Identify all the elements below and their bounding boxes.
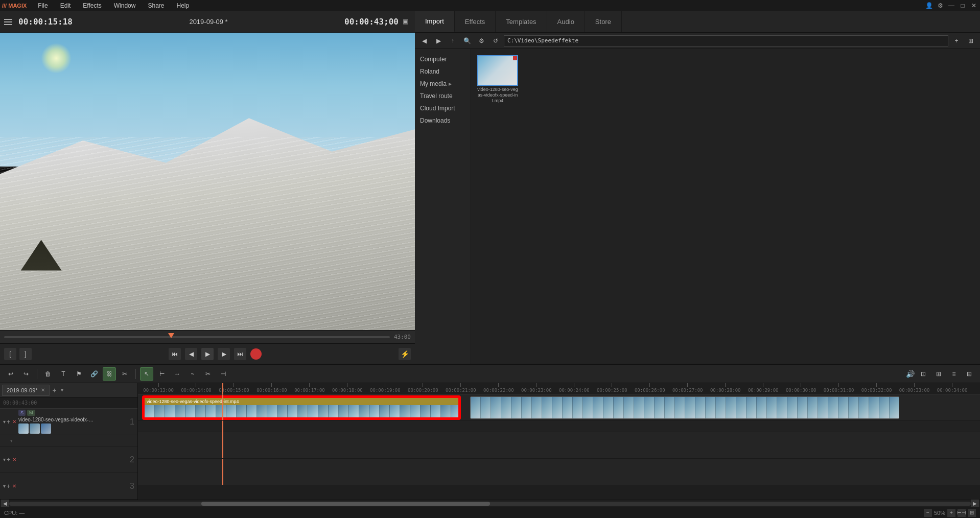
scrubber-track[interactable] [4, 336, 390, 338]
view-btn-4[interactable]: ⊟ [963, 367, 976, 381]
stretch-btn[interactable]: ↔ [171, 367, 184, 381]
record-btn[interactable] [250, 348, 262, 360]
redo-btn[interactable]: ↪ [19, 367, 33, 381]
view-btn-3[interactable]: ≡ [947, 367, 961, 381]
tab-arrow-icon[interactable]: ▾ [60, 386, 64, 394]
clip-frame [838, 397, 849, 419]
forward-btn[interactable]: ▶ [432, 35, 445, 47]
clip-frame [155, 405, 165, 419]
track-1-expand[interactable]: ▾ [3, 419, 6, 425]
zoom-full-btn[interactable]: ⊞ [968, 509, 976, 517]
zoom-fit-btn[interactable]: ⊢⊣ [958, 509, 966, 517]
prev-marker-btn[interactable]: ⏮ [169, 348, 181, 360]
track-1-add-icon[interactable]: + [7, 418, 10, 426]
scroll-track[interactable] [9, 502, 971, 506]
clip-frame [736, 397, 746, 419]
tab-close-icon[interactable]: ✕ [41, 387, 45, 393]
scrubber-thumb[interactable] [168, 333, 174, 338]
fx-btn[interactable]: ⚡ [399, 348, 411, 360]
zoom-out-btn[interactable]: − [924, 509, 932, 517]
tab-store[interactable]: Store [585, 11, 622, 32]
clip-frame [380, 405, 390, 419]
track-3-expand[interactable]: ▾ [3, 483, 6, 489]
sidebar-item-mymedia[interactable]: My media ▶ [415, 78, 471, 90]
track-3-remove-icon[interactable]: ✕ [12, 483, 16, 489]
back-btn[interactable]: ◀ [418, 35, 430, 47]
track-3-add-icon[interactable]: + [7, 483, 10, 490]
ungroup-btn[interactable]: ✂ [118, 367, 131, 381]
snow-scene [0, 33, 415, 330]
track-2-remove-icon[interactable]: ✕ [12, 457, 16, 462]
view-btn-2[interactable]: ⊞ [932, 367, 945, 381]
track-2-expand[interactable]: ▾ [3, 457, 6, 462]
sidebar-item-roland[interactable]: Roland [415, 65, 471, 78]
grid-view-btn[interactable]: ⊞ [965, 35, 977, 47]
zoom-in-btn[interactable]: + [947, 509, 955, 517]
menu-effects[interactable]: Effects [80, 1, 104, 10]
sidebar-item-downloads[interactable]: Downloads [415, 114, 471, 127]
tab-audio[interactable]: Audio [547, 11, 585, 32]
mark-out-btn[interactable]: ] [19, 348, 32, 360]
track-1-top: S M [18, 410, 128, 416]
tab-templates[interactable]: Templates [496, 11, 547, 32]
timeline-clip-1[interactable]: video-1280-seo-vegas-videofx-speed-int.m… [143, 396, 460, 419]
parent-dir-btn[interactable]: ↑ [447, 35, 459, 47]
razor-btn[interactable]: ✂ [201, 367, 215, 381]
menu-help[interactable]: Help [174, 1, 193, 10]
user-icon[interactable]: 👤 [925, 2, 933, 10]
media-settings-btn[interactable]: ⚙ [475, 35, 487, 47]
scroll-thumb[interactable] [201, 502, 490, 506]
undo-btn[interactable]: ↩ [4, 367, 17, 381]
add-media-btn[interactable]: + [950, 35, 963, 47]
tab-effects[interactable]: Effects [455, 11, 496, 32]
menu-file[interactable]: File [35, 1, 51, 10]
hamburger-menu[interactable] [4, 17, 14, 27]
clip-frame [757, 397, 767, 419]
sidebar-item-computer[interactable]: Computer [415, 53, 471, 65]
trim-btn[interactable]: ⊢ [155, 367, 169, 381]
maximize-icon[interactable]: □ [959, 2, 967, 10]
search-btn[interactable]: 🔍 [461, 35, 473, 47]
sidebar-item-travelroute[interactable]: Travel route [415, 90, 471, 102]
corner-menu-btn[interactable]: ▣ [403, 18, 411, 26]
track-1-remove-icon[interactable]: ✕ [12, 419, 16, 425]
menu-window[interactable]: Window [111, 1, 139, 10]
view-btn-1[interactable]: ⊡ [917, 367, 930, 381]
clip-frame [787, 397, 798, 419]
close-icon[interactable]: ✕ [970, 2, 978, 10]
track-1-sub-header: ▾ [0, 435, 137, 446]
next-marker-btn[interactable]: ⏭ [234, 348, 246, 360]
settings-icon[interactable]: ⚙ [936, 2, 944, 10]
ripple-btn[interactable]: ~ [186, 367, 199, 381]
menu-share[interactable]: Share [145, 1, 167, 10]
clip-frame [349, 405, 359, 419]
media-item-0[interactable]: video-1280-seo-vegas-videofx-speed-int.m… [477, 55, 518, 103]
sidebar-item-cloudimport[interactable]: Cloud Import [415, 102, 471, 114]
timeline-clip-1b[interactable] [470, 396, 899, 419]
group-btn[interactable]: ⛓ [103, 367, 116, 381]
title-btn[interactable]: T [57, 367, 70, 381]
tab-import[interactable]: Import [415, 11, 455, 32]
add-tab-btn[interactable]: + [50, 385, 60, 395]
play-btn[interactable]: ▶ [201, 348, 214, 360]
menu-edit[interactable]: Edit [57, 1, 74, 10]
track-2-add-icon[interactable]: + [7, 456, 10, 463]
clip-frame [573, 397, 583, 419]
path-input[interactable] [504, 35, 948, 46]
next-frame-btn[interactable]: ▶ [218, 348, 230, 360]
mark-in-btn[interactable]: [ [4, 348, 16, 360]
prev-frame-btn[interactable]: ◀ [185, 348, 197, 360]
project-tab-1[interactable]: 2019-09-09* ✕ [2, 385, 50, 396]
track-1-mute-btn[interactable]: M [27, 410, 35, 416]
select-btn[interactable]: ↖ [140, 367, 153, 381]
refresh-btn[interactable]: ↺ [489, 35, 502, 47]
slip-btn[interactable]: ⊣ [217, 367, 230, 381]
track-1-solo-btn[interactable]: S [18, 410, 26, 416]
snow-detail [0, 137, 415, 330]
scrubber-bar[interactable]: 43:00 [0, 330, 415, 343]
snap2-btn[interactable]: 🔗 [87, 367, 101, 381]
minimize-icon[interactable]: — [947, 2, 955, 10]
marker-btn[interactable]: ⚑ [72, 367, 85, 381]
track-1-content: video-1280-seo-vegas-videofx-speed-int.m… [138, 394, 980, 421]
delete-btn[interactable]: 🗑 [41, 367, 55, 381]
